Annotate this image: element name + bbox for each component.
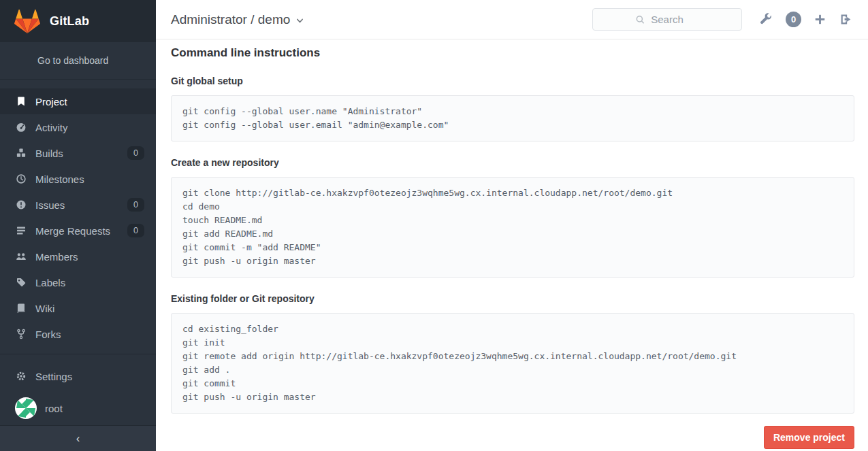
page-title: Command line instructions <box>171 46 854 60</box>
sidebar-item-label: Wiki <box>35 303 144 314</box>
top-bar: Administrator / demo 0 <box>156 0 868 39</box>
instruction-section: Create a new repositorygit clone http://… <box>171 156 854 278</box>
search-input[interactable] <box>593 9 741 30</box>
cubes-icon <box>16 148 27 158</box>
instruction-section: Git global setupgit config --global user… <box>171 75 854 141</box>
breadcrumb-label: Administrator / demo <box>171 12 290 27</box>
sidebar-item-label: Project <box>35 96 144 107</box>
username-label: root <box>45 403 63 414</box>
code-block: git config --global user.name "Administr… <box>171 95 854 141</box>
sidebar-item-label: Activity <box>35 122 144 133</box>
users-icon <box>16 251 27 262</box>
sidebar-item-merge-requests[interactable]: Merge Requests0 <box>0 218 156 244</box>
go-to-dashboard-link[interactable]: Go to dashboard <box>0 42 156 80</box>
todos-count: 0 <box>791 14 796 24</box>
main-content: Command line instructions Git global set… <box>156 39 868 451</box>
sidebar-item-label: Forks <box>35 329 144 340</box>
gitlab-tanuki-icon <box>14 10 40 33</box>
sidebar-item-label: Labels <box>35 277 144 288</box>
sidebar-item-members[interactable]: Members <box>0 244 156 269</box>
wrench-icon[interactable] <box>760 13 773 27</box>
gears-icon <box>16 371 27 382</box>
sidebar-item-labels[interactable]: Labels <box>0 269 156 295</box>
sign-out-icon[interactable] <box>839 13 853 27</box>
gitlab-app: GitLab Go to dashboard ProjectActivityBu… <box>0 0 868 451</box>
instruction-section: Existing folder or Git repositorycd exis… <box>171 293 854 414</box>
search-box[interactable] <box>592 8 742 31</box>
count-badge: 0 <box>127 224 144 237</box>
sidebar-item-milestones[interactable]: Milestones <box>0 166 156 192</box>
todos-count-badge[interactable]: 0 <box>786 12 801 27</box>
gitlab-logo-link[interactable]: GitLab <box>0 0 156 42</box>
section-heading: Create a new repository <box>171 156 854 169</box>
code-block: git clone http://gitlab-ce.hxakzvpf0otez… <box>171 177 854 278</box>
sidebar-item-activity[interactable]: Activity <box>0 114 156 140</box>
sidebar-item-wiki[interactable]: Wiki <box>0 295 156 321</box>
sidebar-item-settings[interactable]: Settings <box>0 363 156 389</box>
clock-icon <box>16 173 27 184</box>
dashboard-icon <box>16 122 27 133</box>
brand-name: GitLab <box>50 14 89 29</box>
remove-project-button[interactable]: Remove project <box>764 426 854 449</box>
sidebar-user[interactable]: root <box>0 389 156 419</box>
code-block: cd existing_folder git init git remote a… <box>171 313 854 414</box>
chevron-left-icon: ‹ <box>76 432 80 446</box>
exclamation-circle-icon <box>16 199 27 210</box>
sidebar-item-builds[interactable]: Builds0 <box>0 140 156 166</box>
sidebar-collapse-button[interactable]: ‹ <box>0 425 156 451</box>
sidebar: GitLab Go to dashboard ProjectActivityBu… <box>0 0 156 451</box>
sidebar-item-label: Issues <box>35 199 127 211</box>
section-heading: Git global setup <box>171 75 854 87</box>
avatar <box>15 397 37 419</box>
book-icon <box>16 303 27 314</box>
fork-icon <box>16 329 27 339</box>
merge-request-icon <box>16 225 27 236</box>
sidebar-item-label: Builds <box>35 148 127 159</box>
sidebar-item-project[interactable]: Project <box>0 88 156 114</box>
sidebar-item-issues[interactable]: Issues0 <box>0 192 156 218</box>
sidebar-item-forks[interactable]: Forks <box>0 321 156 347</box>
section-heading: Existing folder or Git repository <box>171 293 854 305</box>
sidebar-item-label: Merge Requests <box>35 225 127 237</box>
plus-icon[interactable] <box>814 13 827 27</box>
project-breadcrumb[interactable]: Administrator / demo <box>171 12 304 27</box>
sidebar-nav: ProjectActivityBuilds0MilestonesIssues0M… <box>0 80 156 347</box>
sidebar-item-label: Milestones <box>35 173 144 185</box>
sidebar-item-label: Members <box>35 251 144 263</box>
chevron-down-icon <box>295 16 304 25</box>
count-badge: 0 <box>127 146 144 160</box>
sidebar-item-label: Settings <box>35 371 144 382</box>
tags-icon <box>16 277 27 288</box>
count-badge: 0 <box>127 198 144 212</box>
bookmark-icon <box>16 96 27 107</box>
search-icon <box>635 14 645 24</box>
go-to-dashboard-label: Go to dashboard <box>37 55 108 66</box>
